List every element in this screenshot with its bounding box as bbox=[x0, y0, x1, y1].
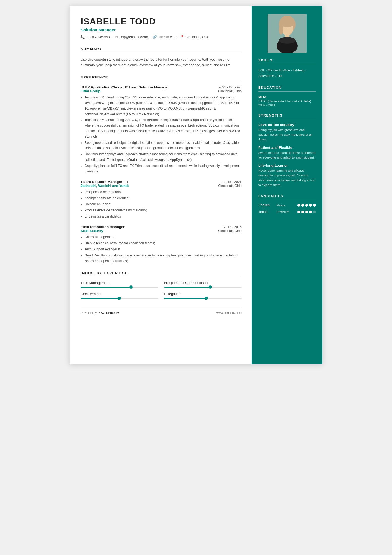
right-column: SKILLS SQL · Microsoft office · Tableau … bbox=[252, 6, 322, 364]
resume-header: ISABELLE TODD Solution Manager 📞 +1-914-… bbox=[81, 17, 242, 39]
exp-entry-1: IB FX Application Cluster IT Lead/Soluti… bbox=[81, 85, 242, 174]
summary-text: Use this opportunity to intrigue and dra… bbox=[81, 57, 242, 68]
footer-brand: Enhancv bbox=[106, 311, 119, 314]
phone-icon: 📞 bbox=[81, 35, 85, 39]
link-icon: 🔗 bbox=[153, 35, 157, 39]
expertise-bar-bg-3 bbox=[164, 298, 242, 299]
summary-title: SUMMARY bbox=[81, 47, 242, 51]
strengths-divider bbox=[258, 119, 316, 119]
bullet: Good Results in Customer Face proactive … bbox=[85, 253, 242, 264]
exp-date-2: 2015 - 2021 bbox=[224, 180, 242, 184]
strengths-section: STRENGTHS Love for the Industry Doing my… bbox=[258, 114, 316, 188]
bullet: Reengineered and redesigned original sol… bbox=[85, 140, 242, 151]
contact-location: 📍 Cincinnati, Ohio bbox=[180, 35, 209, 39]
strength-name-2: Life-long Learner bbox=[258, 163, 316, 167]
email-icon: ✉ bbox=[115, 35, 118, 39]
edu-degree-0: MBA bbox=[258, 95, 316, 99]
expertise-bar-bg-1 bbox=[164, 287, 242, 288]
lang-row-1: Italian Proficient bbox=[258, 210, 316, 214]
dot bbox=[313, 211, 316, 213]
bullet: Acompanhamento de clientes; bbox=[85, 196, 242, 201]
expertise-label-3: Delegation bbox=[164, 292, 242, 296]
lang-dots-1 bbox=[297, 211, 316, 213]
languages-divider bbox=[258, 200, 316, 200]
page-footer: Powered by Enhancv www.enhancv.com bbox=[81, 307, 242, 315]
exp-title-2: Talent Solution Manager - IT bbox=[81, 180, 129, 184]
experience-divider bbox=[81, 81, 242, 81]
bullet: On-site technical resource for escalatio… bbox=[85, 241, 242, 246]
lang-level-1: Proficient bbox=[277, 210, 295, 214]
contact-row: 📞 +1-914-345-5530 ✉ help@enhancv.com 🔗 l… bbox=[81, 35, 242, 39]
expertise-label-2: Decisiveness bbox=[81, 292, 158, 296]
svg-point-4 bbox=[279, 24, 283, 35]
expertise-item-3: Delegation bbox=[164, 292, 242, 299]
bullet: Technical SME/lead during 2020/21 once-a… bbox=[85, 95, 242, 117]
expertise-title: INDUSTRY EXPERTISE bbox=[81, 271, 242, 275]
footer-website: www.enhancv.com bbox=[216, 311, 242, 314]
bullet: Technical SME/lead during 2019/20, inter… bbox=[85, 117, 242, 139]
photo-placeholder bbox=[268, 14, 307, 53]
exp-date-3: 2012 - 2016 bbox=[224, 225, 242, 229]
bullet: Procura direta de candidatos no mercado; bbox=[85, 208, 242, 213]
bullet: Capacity plans to fulfil FX and FX Prime… bbox=[85, 163, 242, 174]
skills-title: SKILLS bbox=[258, 58, 316, 62]
footer-left: Powered by Enhancv bbox=[81, 311, 119, 315]
dot bbox=[305, 211, 308, 213]
contact-email: ✉ help@enhancv.com bbox=[115, 35, 148, 39]
exp-bullets-1: Technical SME/lead during 2020/21 once-a… bbox=[81, 95, 242, 174]
dot bbox=[297, 211, 300, 213]
education-title: EDUCATION bbox=[258, 86, 316, 90]
bullet: Prospecção de mercado; bbox=[85, 189, 242, 195]
exp-entry-3: Field Resolution Manager 2012 - 2016 Str… bbox=[81, 225, 242, 264]
candidate-photo bbox=[268, 14, 307, 53]
bullet: Continuously deploys and upgrades strate… bbox=[85, 152, 242, 163]
edu-school-0: UTDT (Universidad Torcuato Di Tella) bbox=[258, 100, 316, 103]
bullet: Entrevistas a candidatos; bbox=[85, 214, 242, 219]
expertise-bar-bg-2 bbox=[81, 298, 158, 299]
languages-title: LANGUAGES bbox=[258, 194, 316, 198]
expertise-label-1: Interpersonal Communication bbox=[164, 281, 242, 285]
expertise-bar-fill-3 bbox=[164, 298, 207, 299]
powered-by-label: Powered by bbox=[81, 311, 97, 314]
expertise-grid: Time Management Interpersonal Communicat… bbox=[81, 281, 242, 299]
bullet: Colocar anúncios; bbox=[85, 202, 242, 207]
expertise-label-0: Time Management bbox=[81, 281, 158, 285]
dot bbox=[309, 211, 312, 213]
exp-location-2: Cincinnati, Ohio bbox=[218, 184, 242, 188]
expertise-divider bbox=[81, 277, 242, 277]
lang-name-0: English bbox=[258, 203, 274, 207]
expertise-bar-bg-0 bbox=[81, 287, 158, 288]
expertise-item-0: Time Management bbox=[81, 281, 158, 288]
dot bbox=[297, 204, 300, 207]
strength-desc-1: Aware that the learning curve is differe… bbox=[258, 151, 316, 160]
expertise-bar-fill-2 bbox=[81, 298, 120, 299]
languages-section: LANGUAGES English Native Italian Profici… bbox=[258, 194, 316, 214]
enhancv-logo-icon bbox=[98, 311, 105, 315]
exp-location-3: Cincinnati, Ohio bbox=[218, 229, 242, 233]
skills-divider bbox=[258, 64, 316, 64]
contact-phone: 📞 +1-914-345-5530 bbox=[81, 35, 111, 39]
candidate-name: ISABELLE TODD bbox=[81, 17, 242, 26]
svg-point-7 bbox=[279, 37, 296, 44]
exp-company-2: Jaskolski, Waelchi and Yundt bbox=[81, 184, 129, 188]
bullet: Crises Management; bbox=[85, 235, 242, 240]
exp-company-3: Strat Security bbox=[81, 229, 103, 233]
dot bbox=[313, 204, 316, 207]
skills-section: SKILLS SQL · Microsoft office · Tableau … bbox=[258, 58, 316, 79]
contact-linkedin: 🔗 linkedin.com bbox=[153, 35, 177, 39]
experience-section: EXPERIENCE IB FX Application Cluster IT … bbox=[81, 75, 242, 264]
candidate-title: Solution Manager bbox=[81, 28, 242, 32]
dot bbox=[301, 204, 304, 207]
photo-svg bbox=[268, 14, 307, 53]
exp-date-1: 2021 - Ongoing bbox=[219, 85, 242, 89]
lang-row-0: English Native bbox=[258, 203, 316, 207]
summary-divider bbox=[81, 53, 242, 53]
expertise-item-2: Decisiveness bbox=[81, 292, 158, 299]
exp-title-3: Field Resolution Manager bbox=[81, 225, 125, 229]
strength-name-1: Patient and Flexible bbox=[258, 145, 316, 150]
expertise-section: INDUSTRY EXPERTISE Time Management Inter… bbox=[81, 271, 242, 299]
dot bbox=[301, 211, 304, 213]
lang-level-0: Native bbox=[277, 204, 295, 207]
strengths-title: STRENGTHS bbox=[258, 114, 316, 117]
exp-entry-2: Talent Solution Manager - IT 2015 - 2021… bbox=[81, 180, 242, 219]
